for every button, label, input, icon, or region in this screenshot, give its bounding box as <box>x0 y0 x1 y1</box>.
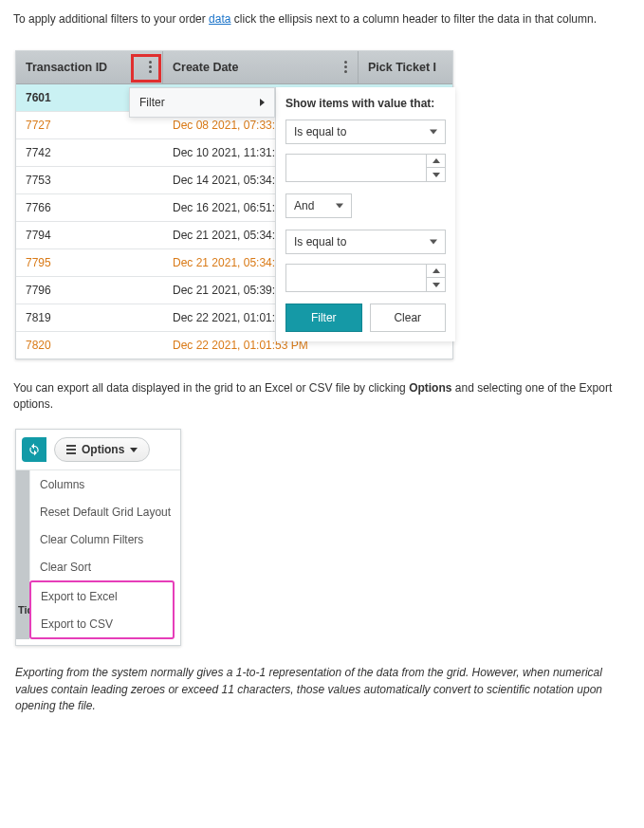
chevron-down-icon <box>336 203 343 208</box>
cell-transaction-id: 7766 <box>16 194 163 221</box>
export-instruction-text: You can export all data displayed in the… <box>13 380 633 413</box>
spin-up-button[interactable] <box>427 155 445 169</box>
filter-context-menu: Filter <box>129 87 275 118</box>
cell-transaction-id: 7820 <box>16 332 163 359</box>
filter-panel-title: Show items with value that: <box>285 97 446 110</box>
refresh-icon <box>28 443 41 456</box>
col-header-label: Transaction ID <box>26 61 107 74</box>
filter-value-2[interactable] <box>285 264 446 292</box>
options-menu-item[interactable]: Columns <box>29 470 180 498</box>
options-button-label: Options <box>82 443 124 456</box>
filter-button-row: Filter Clear <box>285 304 446 332</box>
spin-down-button[interactable] <box>427 278 445 291</box>
hamburger-icon <box>66 445 76 454</box>
chevron-down-icon <box>430 239 437 244</box>
chevron-down-icon <box>430 129 437 134</box>
filter-operator-2[interactable]: Is equal to <box>285 230 446 254</box>
mid-before: You can export all data displayed in the… <box>13 381 409 395</box>
intro-link[interactable]: data <box>209 12 230 26</box>
chevron-right-icon <box>260 99 265 106</box>
spin-down-button[interactable] <box>427 168 445 181</box>
mid-bold: Options <box>409 381 451 395</box>
spinner-buttons <box>426 265 445 291</box>
col-header-transaction-id[interactable]: Transaction ID <box>16 51 163 83</box>
clear-button[interactable]: Clear <box>370 304 447 332</box>
ellipsis-icon[interactable] <box>143 59 156 76</box>
options-menu-item[interactable]: Export to CSV <box>31 610 173 637</box>
cell-transaction-id: 7794 <box>16 222 163 248</box>
filter-logic-select[interactable]: And <box>285 193 352 218</box>
options-menu-screenshot: Options Tid ColumnsReset Default Grid La… <box>15 429 181 646</box>
filter-menu-label: Filter <box>139 96 165 109</box>
filter-operator-1[interactable]: Is equal to <box>285 120 446 144</box>
chevron-down-icon <box>130 448 138 452</box>
cell-transaction-id: 7753 <box>16 167 163 193</box>
column-stub: Tid <box>16 599 29 620</box>
filter-operator-1-value: Is equal to <box>294 125 346 138</box>
options-menu-item[interactable]: Clear Column Filters <box>29 525 180 553</box>
col-header-create-date[interactable]: Create Date <box>163 51 359 83</box>
options-menu: ColumnsReset Default Grid LayoutClear Co… <box>29 470 180 639</box>
col-header-pick-ticket[interactable]: Pick Ticket I <box>359 51 452 83</box>
spin-up-button[interactable] <box>427 265 445 279</box>
grid-screenshot: Transaction ID Create Date Pick Ticket I… <box>15 50 453 359</box>
spinner-buttons <box>426 155 445 181</box>
filter-value-1[interactable] <box>285 154 446 182</box>
col-header-label: Pick Ticket I <box>368 61 436 74</box>
cell-transaction-id: 7819 <box>16 304 163 331</box>
refresh-button[interactable] <box>22 437 46 462</box>
chevron-up-icon <box>432 268 440 273</box>
chevron-up-icon <box>432 158 440 163</box>
options-body: Tid ColumnsReset Default Grid LayoutClea… <box>16 470 180 639</box>
intro-after: click the ellipsis next to a column head… <box>230 12 597 26</box>
filter-logic-value: And <box>294 199 314 212</box>
options-button[interactable]: Options <box>54 437 150 462</box>
cell-transaction-id: 7742 <box>16 139 163 166</box>
ellipsis-icon[interactable] <box>339 59 352 76</box>
intro-text: To apply additional filters to your orde… <box>13 11 633 28</box>
cell-transaction-id: 7796 <box>16 277 163 304</box>
col-header-label: Create Date <box>173 61 238 74</box>
intro-before: To apply additional filters to your orde… <box>13 12 209 26</box>
cell-transaction-id: 7795 <box>16 249 163 276</box>
filter-menu-item[interactable]: Filter <box>130 88 274 117</box>
toolbar: Options <box>16 430 180 470</box>
chevron-down-icon <box>432 173 440 177</box>
chevron-down-icon <box>432 283 440 287</box>
grid-header: Transaction ID Create Date Pick Ticket I <box>16 51 452 84</box>
filter-button[interactable]: Filter <box>285 304 362 332</box>
options-menu-item[interactable]: Reset Default Grid Layout <box>29 498 180 525</box>
filter-operator-2-value: Is equal to <box>294 235 346 248</box>
export-note: Exporting from the system normally gives… <box>15 665 629 714</box>
options-menu-item[interactable]: Export to Excel <box>31 582 173 610</box>
options-menu-item[interactable]: Clear Sort <box>29 553 180 580</box>
export-highlight-group: Export to ExcelExport to CSV <box>29 580 175 639</box>
filter-panel: Show items with value that: Is equal to … <box>275 87 455 341</box>
